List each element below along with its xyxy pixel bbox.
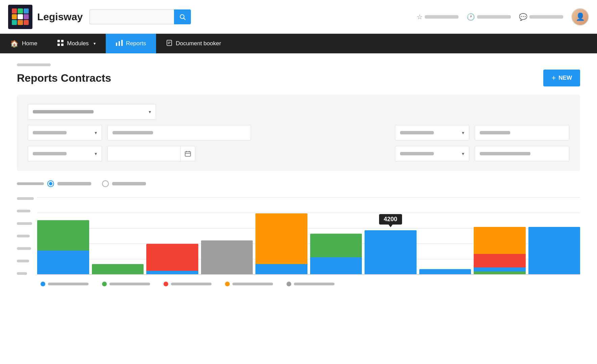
breadcrumb [17,63,580,66]
svg-rect-2 [57,40,60,42]
filter-select-3a-placeholder [33,152,67,155]
chevron-down-icon-2c: ▾ [462,130,464,135]
legend-dot-blue [41,282,45,286]
filter-input-2d[interactable] [475,125,569,140]
nav-item-reports[interactable]: Reports [106,34,156,53]
bar-9-orange [474,227,526,254]
bar-8-blue [419,269,471,274]
filter-row-1: ▾ [28,104,569,120]
filter-select-2a[interactable]: ▾ [28,125,102,140]
radio-group-2[interactable] [102,180,146,187]
filter-select-3b[interactable]: ▾ [395,146,469,161]
filter-section: ▾ ▾ ▾ ▾ [17,95,580,171]
y-label-5 [17,222,32,225]
nav-item-home[interactable]: 🏠 Home [0,34,47,53]
y-label-3 [17,247,31,250]
svg-rect-8 [121,40,123,46]
filter-input-3c[interactable] [475,146,569,161]
bar-2-green [92,264,144,274]
search-area [90,9,198,24]
chevron-down-icon-3a: ▾ [95,151,97,156]
page-title: Reports Contracts [17,72,111,84]
breadcrumb-line [17,63,51,66]
radio-group-1[interactable] [17,180,91,187]
new-button[interactable]: + NEW [543,70,580,86]
filter-select-2c-placeholder [400,131,434,134]
chat-group[interactable]: 💬 [519,13,563,21]
nav-item-modules[interactable]: Modules ▾ [47,34,105,53]
chevron-down-icon-3b: ▾ [462,151,464,156]
search-button[interactable] [174,9,191,24]
favorites-group[interactable]: ☆ [417,13,458,21]
legend-green [102,282,150,286]
svg-rect-7 [119,41,120,46]
svg-rect-3 [61,40,64,42]
legend-label-gray [294,283,334,285]
bar-3-blue [146,271,198,274]
legend-label-blue [48,283,89,285]
bar-group-7[interactable]: 4200 [365,230,417,274]
y-label-4 [17,235,30,237]
filter-input-2b[interactable] [107,125,251,140]
logo-area: Legisway [8,5,83,29]
radio-button-1[interactable] [47,180,54,187]
legend-gray [287,282,334,286]
bar-6-blue [310,257,362,274]
svg-rect-9 [167,40,172,46]
main-content: Reports Contracts + NEW ▾ ▾ [0,53,597,300]
filter-select-3b-placeholder [400,152,434,155]
nav-label-modules: Modules [67,40,89,47]
chat-icon: 💬 [519,13,527,21]
nav-label-reports: Reports [126,40,146,47]
home-icon: 🏠 [10,40,19,48]
y-label-6 [17,210,30,212]
y-label-1 [17,272,27,275]
filter-select-2c[interactable]: ▾ [395,125,469,140]
modules-chevron-icon: ▾ [94,41,96,46]
bar-4-gray [201,240,253,274]
bar-1-green [37,220,89,251]
legend-label-green [109,283,150,285]
radio-text-2 [112,182,146,185]
radio-text-1 [57,182,91,185]
legend-dot-orange [225,282,230,286]
logo-image [8,5,32,29]
radio-button-2[interactable] [102,180,109,187]
user-avatar[interactable]: 👤 [571,8,589,26]
filter-row-2: ▾ ▾ [28,125,569,140]
bar-group-10 [528,227,580,274]
bar-group-4 [201,240,253,274]
chart-tooltip: 4200 [379,214,402,225]
filter-select-3a[interactable]: ▾ [28,146,102,161]
radio-label-before-1 [17,182,44,185]
y-axis-labels [17,197,37,275]
legend-label-orange [232,283,273,285]
legend-dot-gray [287,282,291,286]
bar-group-2 [92,264,144,274]
top-label-3 [529,15,563,19]
bar-group-9 [474,227,526,274]
clock-icon: 🕐 [467,13,475,21]
nav-item-document-booker[interactable]: Document booker [156,34,231,53]
date-input-field[interactable] [108,151,180,156]
new-button-label: NEW [558,75,572,81]
svg-rect-5 [61,44,64,46]
search-input[interactable] [90,9,174,24]
filter-input-2b-placeholder [113,131,153,134]
page-header: Reports Contracts + NEW [17,70,580,86]
filter-date-input[interactable] [107,146,195,161]
legend-dot-red [164,282,168,286]
navigation-bar: 🏠 Home Modules ▾ Reports Document booker [0,34,597,53]
tooltip-arrow [389,225,393,227]
bar-9-green [474,271,526,274]
legend-blue [41,282,89,286]
history-group[interactable]: 🕐 [467,13,511,21]
bar-group-6 [310,234,362,274]
chart-bars-container: 4200 [37,197,580,275]
bar-3-red [146,244,198,271]
calendar-icon[interactable] [180,146,195,161]
svg-rect-6 [116,43,117,46]
app-title: Legisway [37,11,83,23]
filter-dropdown-1[interactable]: ▾ [28,104,156,120]
bar-9-red [474,254,526,267]
